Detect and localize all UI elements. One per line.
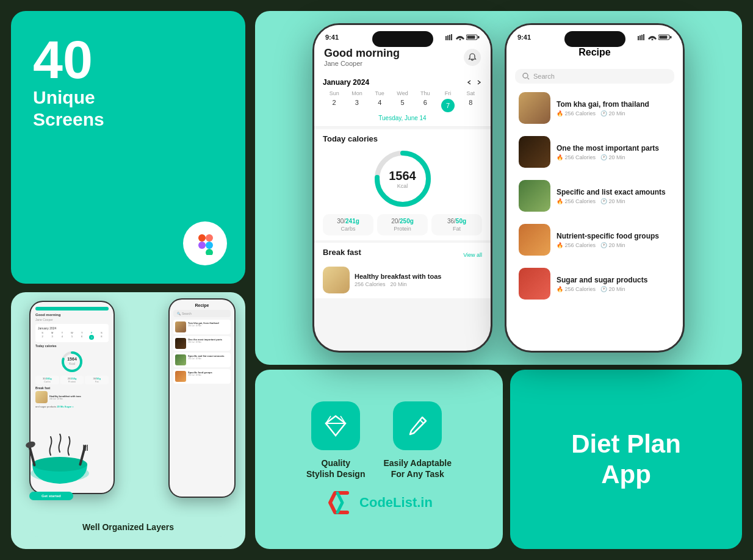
view-all-link[interactable]: View all bbox=[463, 252, 482, 258]
codelist-text: CodeList.in bbox=[359, 495, 433, 511]
recipe-info-4: Nutrient-specific food groups 🔥 256 Calo… bbox=[557, 232, 659, 248]
recipe-search[interactable]: Search bbox=[515, 69, 674, 84]
bottom-section: QualityStylish Design Easily AdaptableFo… bbox=[255, 370, 742, 549]
recipe-info-2: One the most important parts 🔥 256 Calor… bbox=[557, 144, 659, 160]
screens-label: UniqueScreens bbox=[33, 87, 223, 131]
recipe-item-4[interactable]: Nutrient-specific food groups 🔥 256 Calo… bbox=[515, 220, 674, 259]
recipe-thumb-5 bbox=[519, 268, 550, 300]
small-phones-container: Good morning Jane Cooper January 2024 SM… bbox=[11, 292, 245, 525]
breakfast-title: Break fast bbox=[323, 248, 361, 257]
svg-rect-17 bbox=[445, 36, 447, 40]
recipe-meta-5: 🔥 256 Calories🕐 20 Min bbox=[557, 286, 647, 292]
calorie-ring: 1564 Kcal bbox=[372, 148, 433, 209]
meal-info: Healthy breakfast with toas 256 Calories… bbox=[355, 273, 441, 287]
search-icon bbox=[522, 73, 530, 80]
status-icons-2 bbox=[638, 34, 672, 40]
day-headers: SunMonTueWedThuFriSat bbox=[323, 90, 482, 96]
recipe-list: Tom kha gai, from thailand 🔥 256 Calorie… bbox=[506, 88, 683, 303]
phone-notch-2 bbox=[564, 31, 625, 47]
phones-section: 9:41 Good morning Jane Cooper bbox=[255, 11, 742, 365]
codelist-logo bbox=[325, 488, 355, 517]
svg-point-2 bbox=[206, 234, 213, 242]
recipe-name-3: Specific and list exact amounts bbox=[557, 188, 666, 196]
calorie-unit: Kcal bbox=[389, 183, 416, 189]
notification-bell[interactable] bbox=[464, 49, 481, 66]
quality-label: QualityStylish Design bbox=[306, 458, 365, 479]
meal-meta: 256 Calories 20 Min bbox=[355, 281, 441, 287]
card-diet-plan: Diet PlanApp bbox=[510, 370, 742, 549]
svg-rect-24 bbox=[478, 36, 480, 38]
phone-recipe-inner: 9:41 Recipe Search bbox=[506, 25, 683, 351]
recipe-info-1: Tom kha gai, from thailand 🔥 256 Calorie… bbox=[557, 100, 649, 117]
recipe-thumb-3 bbox=[519, 180, 550, 212]
pencil-icon-box bbox=[393, 401, 442, 450]
today-label: Tuesday, June 14 bbox=[323, 115, 482, 121]
layers-label: Well Organized Layers bbox=[23, 517, 233, 537]
svg-rect-19 bbox=[449, 35, 450, 40]
svg-point-1 bbox=[198, 242, 206, 249]
recipe-item-1[interactable]: Tom kha gai, from thailand 🔥 256 Calorie… bbox=[515, 88, 674, 127]
macro-carbs: 30/241g Carbs bbox=[323, 214, 373, 235]
diamond-icon bbox=[323, 414, 348, 438]
recipe-meta-3: 🔥 256 Calories🕐 20 Min bbox=[557, 198, 666, 204]
phone-recipe: 9:41 Recipe Search bbox=[505, 23, 685, 353]
greeting: Good morning bbox=[324, 47, 400, 60]
calories-section: Today calories 1564 Kcal bbox=[314, 129, 491, 240]
svg-point-4 bbox=[206, 249, 213, 255]
macros-row: 30/241g Carbs 20/250g Protein 36/50g Fat bbox=[323, 214, 482, 235]
recipe-name-4: Nutrient-specific food groups bbox=[557, 232, 659, 240]
svg-rect-29 bbox=[641, 35, 643, 40]
recipe-item-3[interactable]: Specific and list exact amounts 🔥 256 Ca… bbox=[515, 176, 674, 215]
svg-rect-34 bbox=[670, 36, 672, 38]
cal-nav bbox=[466, 79, 482, 85]
svg-rect-20 bbox=[451, 34, 452, 40]
figma-icon bbox=[193, 232, 217, 255]
feature-quality: QualityStylish Design bbox=[306, 401, 365, 479]
card-features: QualityStylish Design Easily AdaptableFo… bbox=[255, 370, 503, 549]
dash-header: Good morning Jane Cooper bbox=[314, 43, 491, 73]
mini-get-started: Get started bbox=[29, 492, 73, 500]
pencil-icon bbox=[405, 414, 430, 438]
meal-thumbnail bbox=[323, 267, 350, 293]
recipe-item-2[interactable]: One the most important parts 🔥 256 Calor… bbox=[515, 132, 674, 171]
svg-line-36 bbox=[528, 78, 530, 80]
recipe-thumb-4 bbox=[519, 224, 550, 256]
recipe-meta-4: 🔥 256 Calories🕐 20 Min bbox=[557, 242, 659, 248]
svg-point-3 bbox=[206, 242, 213, 249]
recipe-title: Recipe bbox=[516, 47, 673, 58]
recipe-name-1: Tom kha gai, from thailand bbox=[557, 100, 649, 109]
svg-rect-23 bbox=[467, 36, 475, 39]
svg-text:1564: 1564 bbox=[67, 357, 77, 361]
calorie-number: 1564 bbox=[389, 169, 416, 183]
time-1: 9:41 bbox=[325, 34, 339, 41]
recipe-thumb-2 bbox=[519, 136, 550, 168]
svg-rect-27 bbox=[638, 36, 639, 40]
macro-protein: 20/250g Protein bbox=[377, 214, 428, 235]
features-row: QualityStylish Design Easily AdaptableFo… bbox=[306, 401, 452, 479]
svg-rect-30 bbox=[643, 34, 644, 40]
card-layers: Good morning Jane Cooper January 2024 SM… bbox=[11, 292, 245, 549]
meal-calories: 256 Calories bbox=[355, 281, 386, 287]
calendar: January 2024 SunMonTueWedThuFriSat 23456… bbox=[314, 73, 491, 127]
svg-point-31 bbox=[652, 39, 654, 41]
phone-dashboard-inner: 9:41 Good morning Jane Cooper bbox=[314, 25, 491, 351]
recipe-thumb-1 bbox=[519, 92, 550, 124]
adaptable-label: Easily AdaptableFor Any Task bbox=[383, 458, 452, 479]
breakfast-section: Break fast View all Healthy breakfast wi… bbox=[314, 243, 491, 298]
phone-notch-1 bbox=[372, 31, 433, 47]
diet-plan-label: Diet PlanApp bbox=[559, 417, 693, 503]
svg-line-41 bbox=[420, 420, 423, 423]
calories-title: Today calories bbox=[323, 134, 482, 143]
feature-adaptable: Easily AdaptableFor Any Task bbox=[383, 401, 452, 479]
month-label: January 2024 bbox=[323, 78, 369, 87]
svg-rect-18 bbox=[447, 35, 449, 40]
status-icons-1 bbox=[445, 34, 480, 40]
screens-number: 40 bbox=[33, 33, 223, 87]
breakfast-header: Break fast View all bbox=[323, 248, 482, 262]
figma-badge bbox=[183, 221, 227, 265]
recipe-item-5[interactable]: Sugar and sugar products 🔥 256 Calories🕐… bbox=[515, 264, 674, 303]
meal-name: Healthy breakfast with toas bbox=[355, 273, 441, 280]
svg-rect-11 bbox=[28, 445, 36, 467]
codelist-brand: CodeList.in bbox=[325, 488, 433, 517]
search-placeholder: Search bbox=[533, 73, 555, 80]
